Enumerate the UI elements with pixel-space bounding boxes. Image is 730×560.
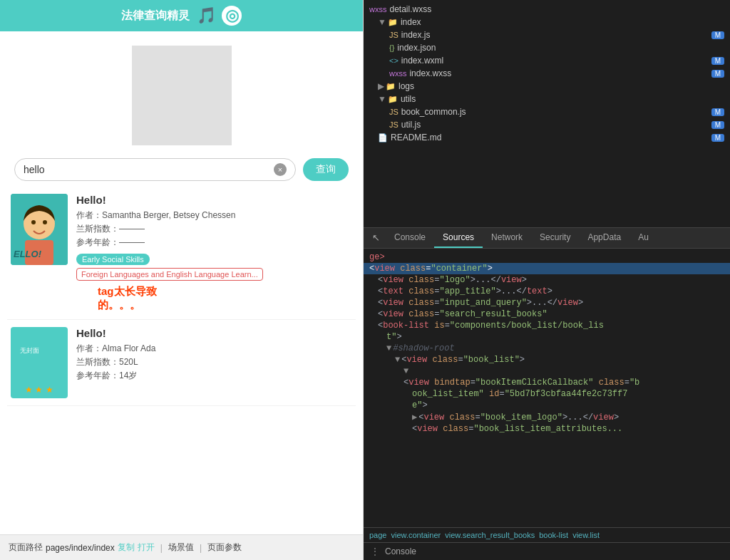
book-age-2: 参考年龄：14岁 <box>76 369 352 383</box>
file-index-js[interactable]: JS index.js M <box>364 28 730 41</box>
json-icon: {} <box>389 43 394 52</box>
wxss-icon: wxss <box>369 5 386 14</box>
book-title-1: Hello! <box>76 194 352 206</box>
hello-overlay: ELLO! <box>14 249 41 259</box>
html-line-ge[interactable]: ge> <box>364 252 730 263</box>
html-line-t[interactable]: t"> <box>364 331 730 343</box>
wxss-icon-2: wxss <box>389 69 406 78</box>
html-line-book-item-logo[interactable]: ▶ <view class="book_item_logo">...</view… <box>364 411 730 423</box>
bottom-copy-btn[interactable]: 复制 <box>118 541 135 554</box>
folder-index[interactable]: ▼ 📁 index <box>364 16 730 28</box>
phone-content: hello × 查询 <box>0 31 363 534</box>
console-row: ⋮ Console <box>364 542 730 560</box>
file-util-js[interactable]: JS util.js M <box>364 118 730 131</box>
html-line-arrow[interactable]: ▼ <box>364 365 730 377</box>
html-line-shadow-root[interactable]: ▼ #shadow-root <box>364 343 730 354</box>
badge-m-indexwxml: M <box>711 57 724 65</box>
badge-m-bookcommon: M <box>711 108 724 116</box>
tab-console[interactable]: Console <box>386 228 434 248</box>
expand-arrow-shadow[interactable]: ▼ <box>386 343 391 353</box>
bottom-path-label: 页面路径 <box>9 541 43 554</box>
html-line-book-item-attr[interactable]: <view class="book_list_item_attributes..… <box>364 423 730 435</box>
expand-arrow-logo[interactable]: ▶ <box>412 412 417 422</box>
book-title-2: Hello! <box>76 327 352 339</box>
tab-network[interactable]: Network <box>483 228 531 248</box>
search-submit-button[interactable]: 查询 <box>303 158 349 181</box>
devtools-panel: wxss detail.wxss ▼ 📁 index JS index.js M… <box>364 0 730 560</box>
console-label[interactable]: Console <box>385 546 416 556</box>
book-thumbnail-1: ELLO! <box>11 194 68 265</box>
star-rating: ★ ★ ★ <box>11 385 68 395</box>
badge-m-indexwxss: M <box>711 70 724 78</box>
book-item-2[interactable]: 无封面 ★ ★ ★ Hello! 作者：Alma Flor Ada 兰斯指数：5… <box>7 320 356 406</box>
html-breadcrumb: page view.container view.search_result_b… <box>364 527 730 542</box>
tab-au[interactable]: Au <box>629 228 657 248</box>
no-cover-label: ★ ★ ★ <box>11 385 68 395</box>
book-lexile-2: 兰斯指数：520L <box>76 356 352 369</box>
js-icon-3: JS <box>389 120 399 129</box>
phone-header: 法律查询精灵 🎵 ◎ <box>0 0 363 31</box>
folder-icon: 📁 <box>388 18 398 27</box>
html-line-e[interactable]: e"> <box>364 400 730 411</box>
tab-appdata[interactable]: AppData <box>579 228 629 248</box>
tag-long-note: tag太长导致的。。。 <box>98 285 157 312</box>
bottom-sep2: | <box>200 543 202 553</box>
badge-m-utiljs: M <box>711 121 724 129</box>
html-line-container[interactable]: <view class="container"> <box>364 263 730 274</box>
bottom-open-btn[interactable]: 打开 <box>138 541 155 554</box>
breadcrumb-page[interactable]: page <box>369 531 386 539</box>
file-book-common-js[interactable]: JS book_common.js M <box>364 105 730 118</box>
folder-logs[interactable]: ▶ 📁 logs <box>364 80 730 93</box>
breadcrumb-book-list[interactable]: book-list <box>539 531 568 539</box>
phone-bottom-bar: 页面路径 pages/index/index 复制 打开 | 场景值 | 页面参… <box>0 534 363 560</box>
tab-security[interactable]: Security <box>531 228 579 248</box>
book-list: ELLO! Hello! 作者：Samantha Berger, Betsey … <box>0 187 363 406</box>
book-age-1: 参考年龄：——— <box>76 236 352 249</box>
html-line-bindtap[interactable]: <view bindtap="bookItemClickCallback" cl… <box>364 377 730 388</box>
console-menu-icon[interactable]: ⋮ <box>371 546 379 556</box>
tab-sources[interactable]: Sources <box>434 228 483 248</box>
breadcrumb-view-list[interactable]: view.list <box>572 531 600 539</box>
md-icon: 📄 <box>378 133 388 142</box>
search-clear-button[interactable]: × <box>274 163 287 176</box>
html-line-book-list[interactable]: <book-list is="components/book_list/book… <box>364 320 730 331</box>
html-line-ook-list-item[interactable]: ook_list_item" id="5bd7bf3cbfaa44fe2c73f… <box>364 388 730 400</box>
search-input[interactable]: hello <box>24 164 274 175</box>
search-bar: hello × 查询 <box>0 152 363 187</box>
badge-m-readme: M <box>711 134 724 142</box>
bottom-scene-label: 场景值 <box>168 541 194 554</box>
file-index-wxss[interactable]: wxss index.wxss M <box>364 67 730 80</box>
bottom-sep: | <box>160 543 163 553</box>
file-index-json[interactable]: {} index.json <box>364 41 730 54</box>
file-index-wxml[interactable]: <> index.wxml M <box>364 54 730 67</box>
file-readme[interactable]: 📄 README.md M <box>364 131 730 144</box>
file-detail-wxss[interactable]: wxss detail.wxss <box>364 3 730 16</box>
expand-arrow-item[interactable]: ▼ <box>403 366 408 376</box>
html-inspector: ge> <view class="container"> <view class… <box>364 249 730 527</box>
bottom-page-value: pages/index/index <box>46 543 115 553</box>
html-line-book-list-view[interactable]: ▼ <view class="book_list"> <box>364 354 730 365</box>
book-author-1: 作者：Samantha Berger, Betsey Chessen <box>76 209 352 222</box>
html-line-search-result[interactable]: <view class="search_result_books" <box>364 308 730 320</box>
devtools-pointer-icon[interactable]: ↖ <box>366 228 386 248</box>
file-and-code: wxss detail.wxss ▼ 📁 index JS index.js M… <box>364 0 730 228</box>
expand-arrow-utils: ▼ <box>378 94 386 104</box>
expand-arrow: ▼ <box>378 17 386 27</box>
html-line-logo[interactable]: <view class="logo">...</view> <box>364 274 730 286</box>
html-line-app-title[interactable]: <text class="app_title">...</text> <box>364 286 730 297</box>
folder-icon-logs: 📁 <box>386 82 396 91</box>
expand-arrow-logs: ▶ <box>378 81 384 91</box>
html-line-input-query[interactable]: <view class="input_and_query">...</view> <box>364 297 730 308</box>
tag-early-social: Early Social Skills <box>76 254 150 265</box>
breadcrumb-search-result[interactable]: view.search_result_books <box>445 531 535 539</box>
folder-utils[interactable]: ▼ 📁 utils <box>364 93 730 105</box>
bottom-params-label: 页面参数 <box>207 541 242 554</box>
expand-arrow-bl[interactable]: ▼ <box>395 355 400 365</box>
badge-m-indexjs: M <box>711 31 724 39</box>
book-thumbnail-2: 无封面 ★ ★ ★ <box>11 327 68 398</box>
book-item[interactable]: ELLO! Hello! 作者：Samantha Berger, Betsey … <box>7 187 356 320</box>
breadcrumb-container[interactable]: view.container <box>391 531 441 539</box>
svg-point-4 <box>43 220 47 224</box>
phone-simulator: 法律查询精灵 🎵 ◎ hello × 查询 <box>0 0 364 560</box>
folder-icon-utils: 📁 <box>388 95 398 104</box>
